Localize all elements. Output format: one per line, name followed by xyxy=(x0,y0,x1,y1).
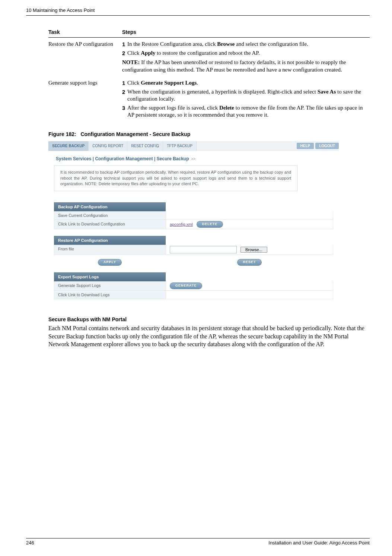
tab-reset-config[interactable]: RESET CONFIG xyxy=(127,141,163,151)
col-header-task: Task xyxy=(48,27,122,38)
figure-caption: Figure 182: Configuration Management - S… xyxy=(48,131,370,138)
page-number: 246 xyxy=(26,540,34,546)
tab-config-report[interactable]: CONFIG REPORT xyxy=(89,141,127,151)
help-button[interactable]: HELP xyxy=(297,143,314,149)
subheading-nm-portal: Secure Backups with NM Portal xyxy=(48,316,370,323)
generate-button[interactable]: GENERATE xyxy=(170,282,202,289)
section-header-export: Export Support Logs xyxy=(54,272,166,281)
table-row: Generate support logs 1 Click Generate S… xyxy=(48,76,370,123)
reset-button[interactable]: RESET xyxy=(237,259,261,266)
step-text: After the support logs file is saved, cl… xyxy=(127,104,367,119)
label-download-config: Click Link to Download Configuration xyxy=(54,220,166,229)
from-file-input[interactable] xyxy=(170,246,237,253)
step-number: 2 xyxy=(122,88,127,103)
step-text: When the configuration is generated, a h… xyxy=(127,88,367,103)
task-steps-table: Task Steps Restore the AP configuration … xyxy=(48,27,370,123)
step-text: In the Restore Configuration area, click… xyxy=(127,41,367,48)
label-generate-logs: Generate Support Logs xyxy=(54,281,166,290)
page-footer: 246 Installation and User Guide: Airgo A… xyxy=(26,538,370,546)
section-header-restore: Restore AP Configuration xyxy=(54,236,166,245)
step-number: 1 xyxy=(122,79,127,87)
step-number: 3 xyxy=(122,104,127,119)
link-apconfig[interactable]: apconfig.xml xyxy=(170,222,193,227)
browse-button[interactable]: Browse... xyxy=(240,247,267,253)
task-cell-restore: Restore the AP configuration xyxy=(48,38,122,77)
info-box: It is recommended to backup AP configura… xyxy=(54,165,297,191)
task-cell-generate-logs: Generate support logs xyxy=(48,76,122,123)
logout-button[interactable]: LOGOUT xyxy=(315,143,339,149)
screenshot-secure-backup: SECURE BACKUP CONFIG REPORT RESET CONFIG… xyxy=(48,141,339,307)
label-download-logs: Click Link to Download Logs xyxy=(54,291,166,299)
label-from-file: From file xyxy=(54,245,166,255)
footer-title: Installation and User Guide: Airgo Acces… xyxy=(268,540,370,546)
table-row: Restore the AP configuration 1 In the Re… xyxy=(48,38,370,77)
label-save-current: Save Current Configuration xyxy=(54,211,166,219)
col-header-steps: Steps xyxy=(122,27,370,38)
tab-secure-backup[interactable]: SECURE BACKUP xyxy=(48,141,89,151)
note-text: NOTE: If the AP has been unenrolled or r… xyxy=(122,59,367,73)
step-number: 2 xyxy=(122,50,127,57)
body-nm-portal: Each NM Portal contains network and secu… xyxy=(48,324,370,348)
step-text: Click Generate Support Logs. xyxy=(127,79,367,87)
breadcrumb: System Services | Configuration Manageme… xyxy=(48,151,339,166)
delete-button[interactable]: DELETE xyxy=(197,221,223,228)
step-text: Click Apply to restore the configuration… xyxy=(127,50,367,57)
section-header-backup: Backup AP Configuration xyxy=(54,202,166,211)
running-header: 10 Maintaining the Access Point xyxy=(26,7,370,16)
step-number: 1 xyxy=(122,41,127,48)
apply-button[interactable]: APPLY xyxy=(98,259,122,266)
tab-tftp-backup[interactable]: TFTP BACKUP xyxy=(163,141,197,151)
tab-bar: SECURE BACKUP CONFIG REPORT RESET CONFIG… xyxy=(48,141,339,151)
breadcrumb-arrow-icon: >> xyxy=(191,157,196,161)
